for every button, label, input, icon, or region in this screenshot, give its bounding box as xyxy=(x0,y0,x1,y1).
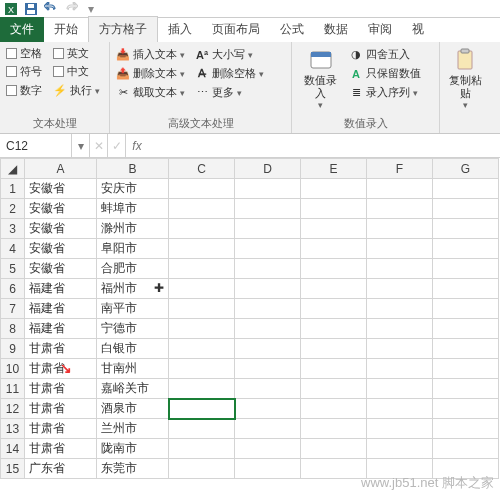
tab-fangfang[interactable]: 方方格子 xyxy=(88,16,158,42)
cell-E5[interactable] xyxy=(301,259,367,279)
more-button[interactable]: ⋯更多▾ xyxy=(195,84,264,101)
cell-G3[interactable] xyxy=(433,219,499,239)
cell-E11[interactable] xyxy=(301,379,367,399)
col-header-A[interactable]: A xyxy=(25,159,97,179)
cell-E1[interactable] xyxy=(301,179,367,199)
cell-G1[interactable] xyxy=(433,179,499,199)
cell-D11[interactable] xyxy=(235,379,301,399)
cell-A8[interactable]: 福建省 xyxy=(25,319,97,339)
cell-B7[interactable]: 南平市 xyxy=(97,299,169,319)
delete-text-button[interactable]: 📤删除文本▾ xyxy=(116,65,185,82)
cell-G11[interactable] xyxy=(433,379,499,399)
cell-F7[interactable] xyxy=(367,299,433,319)
cell-B6[interactable]: 福州市 xyxy=(97,279,169,299)
tab-data[interactable]: 数据 xyxy=(314,17,358,42)
cell-G6[interactable] xyxy=(433,279,499,299)
cell-E4[interactable] xyxy=(301,239,367,259)
cell-B8[interactable]: 宁德市 xyxy=(97,319,169,339)
cell-B12[interactable]: 酒泉市 xyxy=(97,399,169,419)
row-header[interactable]: 2 xyxy=(1,199,25,219)
cell-B15[interactable]: 东莞市 xyxy=(97,459,169,479)
cell-B3[interactable]: 滁州市 xyxy=(97,219,169,239)
row-header[interactable]: 12 xyxy=(1,399,25,419)
redo-icon[interactable] xyxy=(64,2,78,16)
tab-layout[interactable]: 页面布局 xyxy=(202,17,270,42)
cell-D7[interactable] xyxy=(235,299,301,319)
execute-button[interactable]: ⚡执行▾ xyxy=(53,82,103,99)
name-box[interactable]: C12 xyxy=(0,134,72,157)
cell-A12[interactable]: 甘肃省 xyxy=(25,399,97,419)
cell-D9[interactable] xyxy=(235,339,301,359)
cell-F3[interactable] xyxy=(367,219,433,239)
cell-A11[interactable]: 甘肃省 xyxy=(25,379,97,399)
cell-C8[interactable] xyxy=(169,319,235,339)
cell-F12[interactable] xyxy=(367,399,433,419)
cell-B10[interactable]: 甘南州 xyxy=(97,359,169,379)
cell-G12[interactable] xyxy=(433,399,499,419)
cell-C3[interactable] xyxy=(169,219,235,239)
qat-dropdown-icon[interactable]: ▾ xyxy=(84,2,98,16)
cell-D10[interactable] xyxy=(235,359,301,379)
cell-C6[interactable] xyxy=(169,279,235,299)
cell-D1[interactable] xyxy=(235,179,301,199)
cell-F5[interactable] xyxy=(367,259,433,279)
cell-F2[interactable] xyxy=(367,199,433,219)
case-button[interactable]: Aª大小写▾ xyxy=(195,46,264,63)
chk-symbol[interactable]: 符号 xyxy=(6,64,45,79)
row-header[interactable]: 14 xyxy=(1,439,25,459)
tab-review[interactable]: 审阅 xyxy=(358,17,402,42)
cell-B5[interactable]: 合肥市 xyxy=(97,259,169,279)
sequence-button[interactable]: ≣录入序列▾ xyxy=(349,84,421,101)
cell-B14[interactable]: 陇南市 xyxy=(97,439,169,459)
cell-E2[interactable] xyxy=(301,199,367,219)
tab-formula[interactable]: 公式 xyxy=(270,17,314,42)
cell-A13[interactable]: 甘肃省 xyxy=(25,419,97,439)
cell-A3[interactable]: 安徽省 xyxy=(25,219,97,239)
cell-A9[interactable]: 甘肃省 xyxy=(25,339,97,359)
cell-E10[interactable] xyxy=(301,359,367,379)
cell-G13[interactable] xyxy=(433,419,499,439)
cut-text-button[interactable]: ✂截取文本▾ xyxy=(116,84,185,101)
cell-C13[interactable] xyxy=(169,419,235,439)
row-header[interactable]: 6 xyxy=(1,279,25,299)
cell-F9[interactable] xyxy=(367,339,433,359)
grid[interactable]: ◢ABCDEFG 1安徽省安庆市2安徽省蚌埠市3安徽省滁州市4安徽省阜阳市5安徽… xyxy=(0,158,499,479)
copy-paste-button[interactable]: 复制粘 贴▾ xyxy=(446,46,484,113)
chk-blank[interactable]: 空格 xyxy=(6,46,45,61)
cell-D14[interactable] xyxy=(235,439,301,459)
cell-A7[interactable]: 福建省 xyxy=(25,299,97,319)
cell-F1[interactable] xyxy=(367,179,433,199)
cell-F8[interactable] xyxy=(367,319,433,339)
cell-A15[interactable]: 广东省 xyxy=(25,459,97,479)
row-header[interactable]: 10 xyxy=(1,359,25,379)
cell-C9[interactable] xyxy=(169,339,235,359)
cell-E7[interactable] xyxy=(301,299,367,319)
chk-chinese[interactable]: 中文 xyxy=(53,64,103,79)
cell-G14[interactable] xyxy=(433,439,499,459)
row-header[interactable]: 4 xyxy=(1,239,25,259)
cell-C12[interactable] xyxy=(169,399,235,419)
name-box-dropdown-icon[interactable]: ▾ xyxy=(72,134,90,157)
cell-E15[interactable] xyxy=(301,459,367,479)
cell-G4[interactable] xyxy=(433,239,499,259)
cell-D8[interactable] xyxy=(235,319,301,339)
keep-value-button[interactable]: A只保留数值 xyxy=(349,65,421,82)
cell-D12[interactable] xyxy=(235,399,301,419)
enter-icon[interactable]: ✓ xyxy=(108,134,126,157)
delete-blank-button[interactable]: A̶删除空格▾ xyxy=(195,65,264,82)
cell-C5[interactable] xyxy=(169,259,235,279)
cell-G9[interactable] xyxy=(433,339,499,359)
cell-F14[interactable] xyxy=(367,439,433,459)
cell-C10[interactable] xyxy=(169,359,235,379)
save-icon[interactable] xyxy=(24,2,38,16)
cell-B13[interactable]: 兰州市 xyxy=(97,419,169,439)
cell-D4[interactable] xyxy=(235,239,301,259)
col-header-C[interactable]: C xyxy=(169,159,235,179)
cell-B9[interactable]: 白银市 xyxy=(97,339,169,359)
round-button[interactable]: ◑四舍五入 xyxy=(349,46,421,63)
cell-D2[interactable] xyxy=(235,199,301,219)
cell-C1[interactable] xyxy=(169,179,235,199)
tab-file[interactable]: 文件 xyxy=(0,17,44,42)
cell-E14[interactable] xyxy=(301,439,367,459)
insert-text-button[interactable]: 📥插入文本▾ xyxy=(116,46,185,63)
